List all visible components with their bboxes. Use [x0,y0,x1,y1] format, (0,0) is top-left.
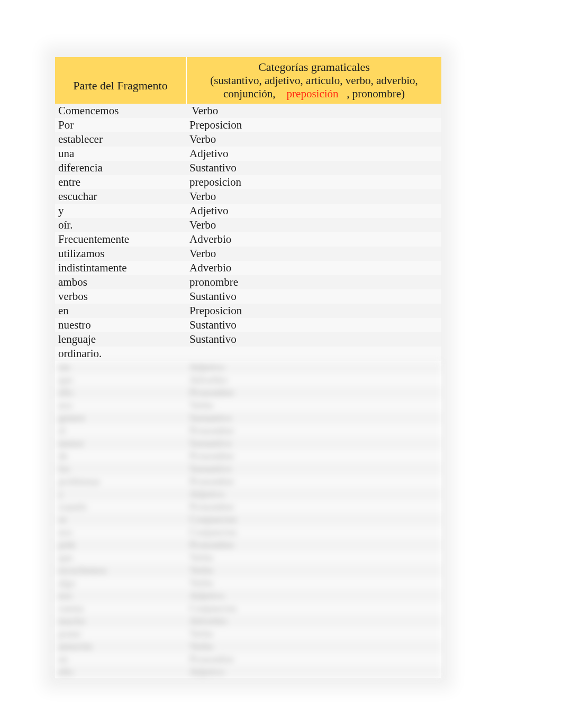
header-sub-post: , pronombre) [347,87,405,100]
category-cell: Conjuncion [186,513,441,526]
table-row: verbosSustantivo [55,289,441,304]
fragment-cell: en [55,653,186,666]
category-cell: Verbo [186,247,441,261]
fragment-cell: establecer [55,132,186,147]
table-body-blurred: sinAdjetivoqueAdverbioelloPronombrenosVe… [55,361,441,678]
fragment-cell: Frecuentemente [55,232,186,247]
fragment-cell: mucho [55,615,186,627]
fragment-cell: que [55,551,186,564]
fragment-cell: nos [55,589,186,602]
category-cell: Adverbio [186,615,441,627]
category-cell: Sustantivo [186,437,441,450]
fragment-cell: entre [55,175,186,189]
table-row: menorSustantivo [55,437,441,450]
fragment-cell: nos [55,399,186,412]
category-cell: Verbo [186,564,441,577]
fragment-cell: una [55,147,186,161]
category-cell: Verbo [186,627,441,640]
category-cell: Verbo [186,551,441,564]
table-row: PorPreposicion [55,118,441,132]
table-row: problemasPronombre [55,475,441,488]
fragment-cell: ordinario. [55,347,186,361]
fragment-cell: diferencia [55,161,186,175]
grammar-table: Parte del Fragmento Categorías gramatica… [55,57,441,678]
table-row: ambospronombre [55,275,441,289]
category-cell: Verbo [186,577,441,589]
table-row: elPronombre [55,424,441,437]
fragment-cell: en [55,304,186,318]
header-category-sub1: (sustantivo, adjetivo, artículo, verbo, … [189,74,439,87]
category-cell: Adverbio [186,261,441,275]
fragment-cell: y [55,488,186,501]
category-cell: Adjetivo [186,361,441,374]
table-row: queAdverbio [55,374,441,386]
category-cell: Preposicion [186,304,441,318]
category-cell: Verbo [186,640,441,653]
table-body-clear: ComencemosVerboPorPreposicionestablecerV… [55,104,441,361]
header-fragment: Parte del Fragmento [55,57,186,104]
category-cell: Adjetivo [186,488,441,501]
table-row: cuandoPronombre [55,501,441,513]
header-sub-red: preposición [287,87,339,100]
table-row: elloPronombre [55,386,441,399]
fragment-cell: sin [55,361,186,374]
category-cell: Preposicion [186,118,441,132]
fragment-cell: los [55,462,186,475]
fragment-cell: Comencemos [55,104,186,118]
header-category: Categorías gramaticales (sustantivo, adj… [186,57,441,104]
table-row: dePronombre [55,450,441,462]
fragment-cell: escuchar [55,189,186,204]
category-cell: Adjetivo [186,147,441,161]
fragment-cell: ello [55,386,186,399]
table-row: seConjuncion [55,513,441,526]
header-sub-conj: conjunción, [223,87,276,100]
table-row: nosConjuncion [55,526,441,539]
table-row: nosVerbo [55,399,441,412]
table-row: elloAdjetivo [55,666,441,678]
table-row: yAdjetivo [55,204,441,218]
table-row: losSustantivo [55,462,441,475]
table-row: ComencemosVerbo [55,104,441,118]
category-cell: Pronombre [186,653,441,666]
fragment-cell: nos [55,526,186,539]
table-row: algoVerbo [55,577,441,589]
fragment-cell: problemas [55,475,186,488]
category-cell: Sustantivo [186,161,441,175]
table-row: sinAdjetivo [55,361,441,374]
fragment-cell: se [55,513,186,526]
table-row: muchoAdverbio [55,615,441,627]
table-row: establecerVerbo [55,132,441,147]
category-cell: Pronombre [186,539,441,551]
fragment-cell: y [55,204,186,218]
category-cell: Conjuncion [186,526,441,539]
fragment-cell: lenguaje [55,332,186,347]
table-row: nuestroSustantivo [55,318,441,332]
fragment-cell: ambos [55,275,186,289]
category-cell: Pronombre [186,450,441,462]
category-cell: pronombre [186,275,441,289]
fragment-cell: cuando [55,501,186,513]
category-cell: Verbo [186,104,441,118]
table-row: yAdjetivo [55,488,441,501]
category-cell: Verbo [186,132,441,147]
table-row: atenciónVerbo [55,640,441,653]
category-cell: Pronombre [186,386,441,399]
fragment-cell: el [55,424,186,437]
category-cell: Verbo [186,189,441,204]
table-row: indistintamenteAdverbio [55,261,441,275]
table-header-row: Parte del Fragmento Categorías gramatica… [55,57,441,104]
table-row: oír.Verbo [55,218,441,232]
category-cell: Sustantivo [186,289,441,304]
table-row: cuestaConjuncion [55,602,441,615]
table-row: diferenciaSustantivo [55,161,441,175]
table-row: enPronombre [55,653,441,666]
fragment-cell: poner [55,627,186,640]
header-fragment-label: Parte del Fragmento [57,68,184,93]
fragment-cell: de [55,450,186,462]
table-row: FrecuentementeAdverbio [55,232,441,247]
category-cell: Adverbio [186,232,441,247]
table-row: nosAdjetivo [55,589,441,602]
table-row: ponerVerbo [55,627,441,640]
fragment-cell: cuesta [55,602,186,615]
header-category-title: Categorías gramaticales [189,60,439,74]
